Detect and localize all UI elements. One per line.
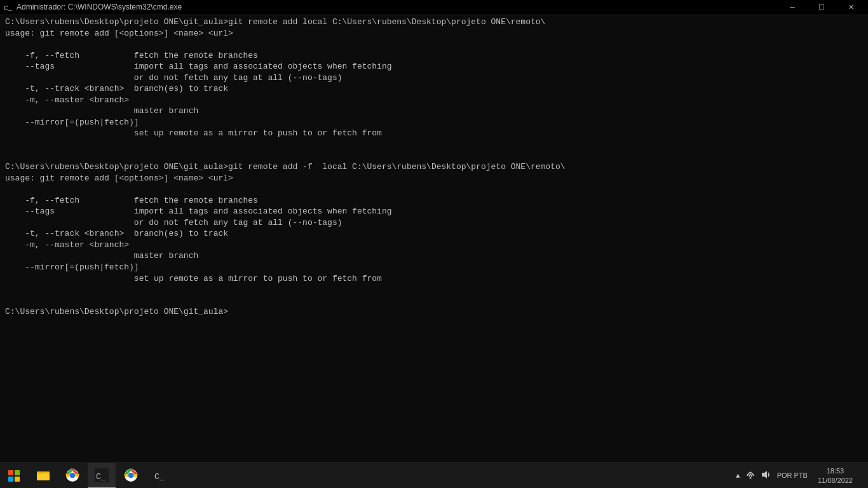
taskbar: C_ C_ ▲ <box>0 463 868 488</box>
svg-point-11 <box>70 473 75 478</box>
system-clock[interactable]: 18:53 11/08/2022 <box>813 466 858 485</box>
language-indicator[interactable]: POR PTB <box>775 471 810 480</box>
titlebar: C_ Administrador: C:\WINDOWS\system32\cm… <box>0 0 868 14</box>
svg-rect-7 <box>37 473 50 480</box>
taskbar-chrome-2[interactable] <box>117 463 145 489</box>
svg-rect-3 <box>15 470 20 475</box>
svg-rect-8 <box>37 471 43 474</box>
language-code: POR <box>777 471 792 479</box>
svg-marker-20 <box>762 471 767 478</box>
svg-text:C_: C_ <box>154 472 165 482</box>
svg-text:C_: C_ <box>96 472 106 482</box>
svg-text:C_: C_ <box>4 4 13 12</box>
taskbar-right: ▲ POR PTB 18:53 11/08/2022 <box>735 463 868 488</box>
close-button[interactable]: ✕ <box>836 0 865 14</box>
systray-expand-button[interactable]: ▲ <box>735 471 742 481</box>
titlebar-controls: ─ ☐ ✕ <box>778 0 865 14</box>
titlebar-left: C_ Administrador: C:\WINDOWS\system32\cm… <box>3 2 182 12</box>
network-icon[interactable] <box>744 468 757 484</box>
svg-point-19 <box>749 477 751 478</box>
taskbar-cmd-active[interactable]: C_ <box>88 463 116 489</box>
taskbar-left: C_ C_ <box>0 463 174 488</box>
minimize-button[interactable]: ─ <box>778 0 807 14</box>
window-title: Administrador: C:\WINDOWS\system32\cmd.e… <box>17 3 182 11</box>
volume-icon[interactable] <box>759 468 772 484</box>
taskbar-chrome[interactable] <box>58 463 86 489</box>
clock-date: 11/08/2022 <box>818 476 853 485</box>
cmd-icon: C_ <box>3 2 13 12</box>
svg-rect-5 <box>15 477 20 482</box>
clock-time: 18:53 <box>827 466 844 475</box>
terminal-output: C:\Users\rubens\Desktop\projeto ONE\git_… <box>0 14 868 463</box>
svg-rect-4 <box>8 477 13 482</box>
language-sublang: PTB <box>794 471 808 479</box>
taskbar-file-explorer[interactable] <box>29 463 57 489</box>
show-desktop-button[interactable] <box>860 463 864 489</box>
svg-rect-2 <box>8 470 13 475</box>
maximize-button[interactable]: ☐ <box>807 0 836 14</box>
taskbar-cmd-2[interactable]: C_ <box>146 463 174 489</box>
svg-point-16 <box>128 473 133 478</box>
start-button[interactable] <box>0 463 28 489</box>
